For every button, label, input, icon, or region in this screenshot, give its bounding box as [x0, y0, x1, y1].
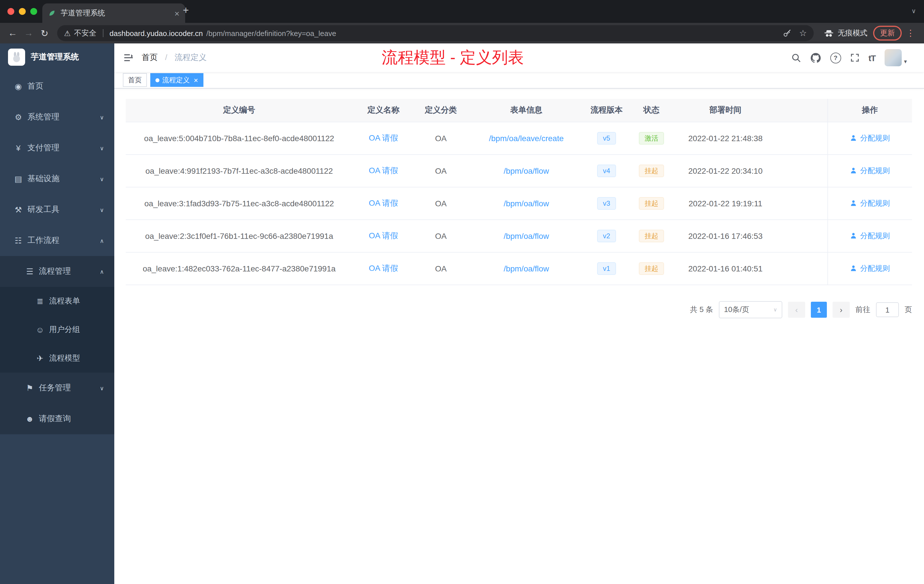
- sidebar-logo-row: 芋道管理系统: [0, 43, 114, 71]
- page-size-value: 10条/页: [724, 305, 749, 315]
- col-filler: [776, 99, 827, 122]
- content-area: 定义编号 定义名称 定义分类 表单信息 流程版本 状态 部署时间 操作: [114, 89, 924, 584]
- sidebar-item-task-management[interactable]: ⚑ 任务管理 ∨: [0, 373, 114, 403]
- definition-name-link[interactable]: OA 请假: [369, 198, 398, 208]
- sidebar-item-system[interactable]: ⚙ 系统管理 ∨: [0, 102, 114, 133]
- cell-category: OA: [414, 187, 467, 220]
- assign-rule-button[interactable]: 分配规则: [850, 133, 890, 144]
- chevron-down-icon: ∨: [774, 307, 777, 313]
- zoom-window-icon[interactable]: [30, 8, 37, 15]
- users-icon: ☺: [35, 325, 45, 334]
- sidebar-item-label: 系统管理: [27, 112, 59, 122]
- browser-menu-icon[interactable]: ⋮: [906, 28, 915, 38]
- version-badge: v3: [597, 197, 616, 210]
- version-badge: v1: [597, 262, 616, 275]
- back-icon[interactable]: ←: [5, 28, 21, 38]
- password-key-icon[interactable]: [782, 29, 791, 38]
- sidebar-item-label: 流程管理: [39, 266, 71, 277]
- sidebar-item-label: 基础设施: [27, 174, 59, 184]
- breadcrumb-current: 流程定义: [175, 53, 206, 62]
- forward-icon[interactable]: →: [21, 28, 36, 38]
- sidebar-item-label: 支付管理: [27, 143, 59, 153]
- col-status: 状态: [628, 99, 675, 122]
- goto-page-input[interactable]: [876, 302, 899, 317]
- user-menu[interactable]: ▾: [884, 49, 907, 66]
- definition-name-link[interactable]: OA 请假: [369, 231, 398, 240]
- definition-name-link[interactable]: OA 请假: [369, 166, 398, 175]
- assign-rule-button[interactable]: 分配规则: [850, 166, 890, 176]
- minimize-window-icon[interactable]: [19, 8, 26, 15]
- briefcase-icon: ☷: [14, 236, 23, 245]
- assign-rule-label: 分配规则: [860, 231, 890, 241]
- browser-chrome: 芋道管理系统 × + ∨ ← → ↻ ⚠ 不安全 dashboard.yudao…: [0, 0, 924, 43]
- assign-rule-button[interactable]: 分配规则: [850, 198, 890, 209]
- github-icon[interactable]: [810, 52, 821, 63]
- form-icon: ≣: [35, 297, 45, 306]
- close-window-icon[interactable]: [7, 8, 14, 15]
- sidebar-item-home[interactable]: ◉ 首页: [0, 71, 114, 102]
- flag-icon: ⚑: [25, 383, 34, 393]
- page-title-annotation: 流程模型 - 定义列表: [382, 43, 524, 72]
- sidebar-item-leave-query[interactable]: ☻ 请假查询: [0, 403, 114, 434]
- cell-definition-id: oa_leave:5:004b710b-7b8a-11ec-8ef0-acde4…: [126, 122, 353, 155]
- font-size-icon[interactable]: tT: [869, 53, 875, 63]
- tag-home[interactable]: 首页: [123, 73, 147, 87]
- help-icon[interactable]: ?: [830, 52, 841, 63]
- bookmark-star-icon[interactable]: ☆: [799, 28, 807, 38]
- update-button[interactable]: 更新: [873, 26, 902, 41]
- assign-person-icon: [850, 200, 858, 207]
- sidebar-item-workflow[interactable]: ☷ 工作流程 ∧: [0, 225, 114, 256]
- avatar[interactable]: [884, 49, 902, 66]
- assign-rule-button[interactable]: 分配规则: [850, 264, 890, 274]
- col-deploy-time: 部署时间: [675, 99, 776, 122]
- version-badge: v4: [597, 165, 616, 177]
- browser-tab[interactable]: 芋道管理系统 ×: [42, 3, 185, 23]
- tag-process-definition[interactable]: 流程定义 ×: [150, 73, 203, 87]
- sidebar-item-process-form[interactable]: ≣ 流程表单: [0, 287, 114, 315]
- breadcrumb-home[interactable]: 首页: [142, 53, 158, 62]
- col-definition-name: 定义名称: [353, 99, 414, 122]
- prev-page-button[interactable]: ‹: [788, 302, 805, 318]
- tab-close-icon[interactable]: ×: [174, 8, 180, 18]
- sidebar-item-label: 用户分组: [49, 325, 80, 335]
- gear-icon: ⚙: [14, 112, 23, 122]
- sidebar-toggle-icon[interactable]: [124, 53, 134, 63]
- tab-search-chevron-icon[interactable]: ∨: [911, 7, 916, 15]
- table-header-row: 定义编号 定义名称 定义分类 表单信息 流程版本 状态 部署时间 操作: [126, 99, 912, 122]
- definition-name-link[interactable]: OA 请假: [369, 264, 398, 272]
- form-info-link[interactable]: /bpm/oa/flow: [504, 264, 549, 273]
- logo-avatar: [8, 49, 25, 66]
- form-info-link[interactable]: /bpm/oa/leave/create: [489, 134, 564, 143]
- assign-rule-label: 分配规则: [860, 133, 890, 144]
- page-number-button[interactable]: 1: [811, 302, 827, 318]
- new-tab-button[interactable]: +: [183, 5, 189, 16]
- fullscreen-icon[interactable]: [850, 53, 860, 62]
- reload-icon[interactable]: ↻: [36, 28, 53, 39]
- sidebar-item-process-model[interactable]: ✈ 流程模型: [0, 344, 114, 373]
- not-secure-warning-icon[interactable]: ⚠: [64, 29, 71, 38]
- sidebar-item-devtools[interactable]: ⚒ 研发工具 ∨: [0, 194, 114, 225]
- assign-rule-label: 分配规则: [860, 198, 890, 209]
- tag-close-icon[interactable]: ×: [194, 76, 198, 84]
- assign-rule-button[interactable]: 分配规则: [850, 231, 890, 241]
- cell-definition-id: oa_leave:2:3c1f0ef1-76b1-11ec-9c66-a2380…: [126, 220, 353, 252]
- cell-deploy-time: 2022-01-22 19:19:11: [675, 187, 776, 220]
- form-info-link[interactable]: /bpm/oa/flow: [504, 199, 549, 208]
- next-page-button[interactable]: ›: [833, 302, 850, 318]
- sidebar-item-process-management[interactable]: ☰ 流程管理 ∧: [0, 256, 114, 287]
- definition-name-link[interactable]: OA 请假: [369, 133, 398, 142]
- sidebar-item-infrastructure[interactable]: ▤ 基础设施 ∨: [0, 163, 114, 194]
- form-info-link[interactable]: /bpm/oa/flow: [504, 231, 549, 241]
- sidebar-item-label: 流程模型: [49, 353, 80, 363]
- search-icon[interactable]: [792, 53, 801, 63]
- sidebar-item-payment[interactable]: ¥ 支付管理 ∨: [0, 133, 114, 163]
- incognito-icon: [824, 29, 834, 38]
- security-label: 不安全: [74, 28, 96, 38]
- sidebar-item-user-groups[interactable]: ☺ 用户分组: [0, 315, 114, 344]
- col-definition-id: 定义编号: [126, 99, 353, 122]
- assign-rule-label: 分配规则: [860, 264, 890, 274]
- form-info-link[interactable]: /bpm/oa/flow: [504, 166, 549, 175]
- page-size-select[interactable]: 10条/页 ∨: [719, 301, 782, 318]
- address-bar[interactable]: ⚠ 不安全 dashboard.yudao.iocoder.cn/bpm/man…: [57, 25, 814, 41]
- status-badge: 激活: [639, 132, 664, 145]
